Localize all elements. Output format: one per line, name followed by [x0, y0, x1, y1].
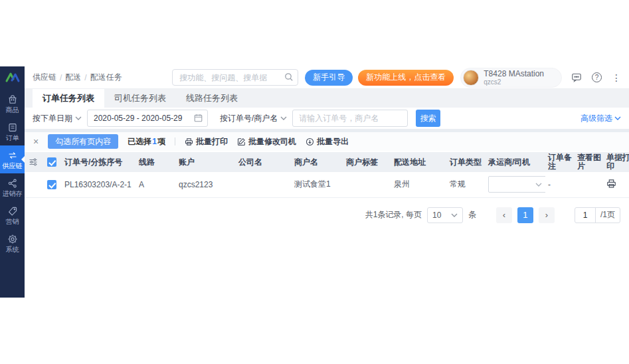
close-icon[interactable]: × [33, 137, 39, 146]
new-feature-promo-button[interactable]: 新功能上线，点击查看 [358, 70, 454, 86]
row-print-icon[interactable] [606, 179, 616, 189]
order-task-table: 订单号/分拣序号 线路 账户 公司名 商户名 商户标签 配送地址 订单类型 承运… [25, 152, 629, 198]
current-page-button[interactable]: 1 [517, 207, 533, 223]
selected-suffix: 项 [157, 137, 165, 146]
supply-chain-arrows-icon [7, 150, 18, 161]
page-size-value: 10 [432, 211, 441, 220]
col-merchant-tag: 商户标签 [343, 152, 391, 172]
chevron-down-icon [451, 213, 458, 217]
sidebar-item-label: 供应链 [3, 162, 23, 169]
tab-route-task-list[interactable]: 线路任务列表 [176, 89, 248, 108]
next-page-button[interactable]: › [539, 207, 555, 223]
message-bubble-icon[interactable] [571, 72, 582, 82]
user-menu[interactable]: T8428 MAstation qzcs2 [460, 68, 562, 88]
breadcrumb-separator: / [60, 73, 62, 82]
batch-print-label: 批量打印 [196, 136, 228, 147]
brand-logo-icon [5, 72, 21, 83]
cell-merchant: 测试食堂1 [292, 172, 343, 197]
total-records-text: 共1条记录, 每页 [365, 209, 422, 221]
chevron-down-icon [614, 116, 621, 120]
advanced-filter-label: 高级筛选 [581, 113, 612, 124]
date-range-input[interactable] [88, 114, 187, 123]
tab-driver-task-list[interactable]: 司机任务列表 [104, 89, 176, 108]
pagination: 共1条记录, 每页 10 条 ‹ 1 › 1 /1页 [25, 207, 629, 223]
col-carrier: 承运商/司机 [486, 152, 545, 172]
batch-modify-driver-button[interactable]: 批量修改司机 [237, 136, 296, 147]
col-company: 公司名 [236, 152, 292, 172]
user-info: T8428 MAstation qzcs2 [484, 70, 544, 86]
cell-merchant-tag [343, 172, 391, 197]
sidebar-item-goods[interactable]: 商品 [0, 90, 25, 118]
col-line: 线路 [136, 152, 176, 172]
advanced-filter-link[interactable]: 高级筛选 [581, 113, 621, 124]
col-merchant: 商户名 [292, 152, 343, 172]
col-image: 查看图片 [575, 152, 604, 172]
filter-bar: 按下单日期 按订单号/商户名 搜索 高级筛选 [25, 108, 629, 129]
row-checkbox[interactable] [47, 180, 56, 189]
help-icon[interactable]: ? [592, 72, 602, 82]
select-all-checkbox[interactable] [47, 157, 56, 167]
breadcrumb-item[interactable]: 供应链 [33, 72, 56, 83]
tab-order-task-list[interactable]: 订单任务列表 [33, 89, 104, 108]
avatar [463, 70, 479, 86]
date-type-label: 按下单日期 [33, 113, 72, 124]
breadcrumb-item[interactable]: 配送 [65, 72, 81, 83]
batch-action-bar: × 勾选所有页内容 已选择1项 批量打印 批量修改司机 [25, 132, 629, 151]
breadcrumb-item-current: 配送任务 [90, 72, 122, 83]
more-menu-icon[interactable]: ⋮ [612, 73, 621, 82]
cell-account: qzcs2123 [176, 172, 236, 197]
sidebar-item-marketing[interactable]: 营销 [0, 201, 25, 229]
col-order-type: 订单类型 [447, 152, 486, 172]
task-tabs: 订单任务列表 司机任务列表 线路任务列表 [25, 89, 629, 108]
top-icon-bar: ? ⋮ [571, 72, 621, 82]
sidebar-item-inventory[interactable]: 进销存 [0, 173, 25, 201]
printer-icon [185, 137, 193, 146]
sidebar-item-orders[interactable]: 订单 [0, 118, 25, 145]
total-pages-text: /1页 [595, 208, 620, 223]
batch-export-button[interactable]: 批量导出 [306, 136, 349, 147]
beginner-guide-button[interactable]: 新手引导 [305, 70, 353, 86]
page-size-select[interactable]: 10 [427, 207, 463, 223]
sidebar-item-system[interactable]: 系统 [0, 229, 25, 257]
sidebar-item-label: 系统 [6, 246, 19, 253]
page-jump-input[interactable]: 1 [575, 208, 595, 223]
selected-prefix: 已选择 [128, 137, 151, 146]
select-all-pages-button[interactable]: 勾选所有页内容 [48, 134, 118, 149]
sidebar-item-label: 商品 [6, 106, 19, 114]
cell-remark: - [545, 172, 575, 197]
unit-text: 条 [468, 209, 476, 221]
breadcrumb-separator: / [84, 73, 86, 82]
sidebar-item-supply-chain[interactable]: 供应链 [0, 145, 25, 173]
global-search-input[interactable] [172, 69, 298, 86]
global-search [172, 69, 298, 86]
sidebar-item-label: 订单 [6, 134, 19, 141]
prev-page-button[interactable]: ‹ [496, 207, 512, 223]
chevron-down-icon [280, 116, 287, 120]
col-address: 配送地址 [391, 152, 447, 172]
chevron-down-icon [535, 183, 542, 187]
date-range-picker[interactable] [87, 110, 208, 127]
cell-line: A [136, 172, 176, 197]
date-type-select[interactable]: 按下单日期 [33, 113, 82, 124]
gear-icon [7, 234, 18, 244]
search-button[interactable]: 搜索 [416, 110, 440, 127]
price-tag-icon [7, 206, 18, 217]
keyword-input[interactable] [292, 110, 408, 127]
column-settings-icon[interactable] [29, 157, 38, 167]
breadcrumb: 供应链 / 配送 / 配送任务 [33, 72, 122, 83]
batch-modify-driver-label: 批量修改司机 [248, 136, 296, 147]
cell-order-type: 常规 [447, 172, 486, 197]
carrier-select[interactable] [488, 176, 547, 193]
cell-image [575, 172, 604, 197]
keyword-type-select[interactable]: 按订单号/商户名 [220, 113, 287, 124]
search-icon [284, 72, 294, 82]
batch-export-label: 批量导出 [317, 136, 349, 147]
share-nodes-icon [7, 178, 18, 189]
cell-order-no: PL16303203/A-2-1 [62, 172, 136, 197]
batch-print-button[interactable]: 批量打印 [185, 136, 228, 147]
cell-address: 泉州 [391, 172, 447, 197]
page-jump: 1 /1页 [575, 207, 620, 223]
table-header-row: 订单号/分拣序号 线路 账户 公司名 商户名 商户标签 配送地址 订单类型 承运… [25, 152, 629, 172]
main-area: 供应链 / 配送 / 配送任务 新手引导 新功能上线，点击查看 T8428 [25, 66, 629, 298]
col-remark: 订单备注 [545, 152, 575, 172]
